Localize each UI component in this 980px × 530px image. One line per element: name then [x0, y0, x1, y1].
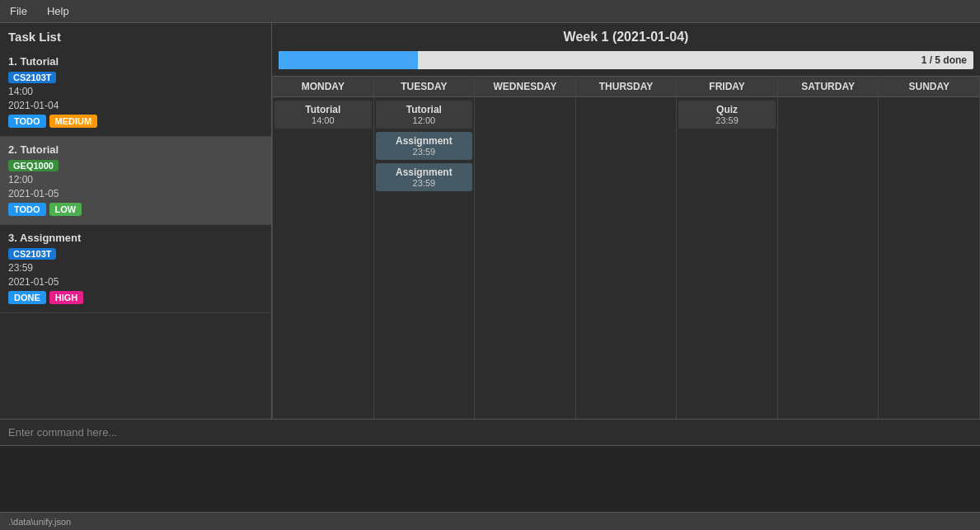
day-col-saturday: SATURDAY	[777, 76, 879, 419]
progress-bar-fill	[279, 51, 418, 69]
day-col-thursday: THURSDAY	[575, 76, 677, 419]
day-header-wednesday: WEDNESDAY	[475, 76, 575, 97]
event-time: 23:59	[683, 115, 771, 125]
task-time: 14:00	[8, 86, 263, 97]
event-title: Assignment	[381, 167, 468, 178]
status-bar: .\data\unify.json	[0, 512, 980, 530]
day-body-thursday	[576, 97, 677, 419]
progress-bar-text: 1 / 5 done	[921, 54, 967, 66]
calendar-event-0-0[interactable]: Tutorial14:00	[274, 101, 372, 129]
event-title: Quiz	[683, 104, 771, 115]
calendar-event-1-2[interactable]: Assignment23:59	[376, 163, 473, 191]
task-title: 2. Tutorial	[8, 143, 263, 156]
task-status-badge: DONE	[8, 291, 46, 304]
task-priority-badge: HIGH	[49, 291, 84, 304]
week-title: Week 1 (2021-01-04)	[272, 23, 980, 48]
task-priority-badge: LOW	[49, 203, 82, 216]
tasklist-title: Task List	[0, 23, 271, 49]
event-time: 23:59	[381, 147, 468, 157]
task-status-badge: TODO	[8, 203, 46, 216]
task-time: 23:59	[8, 262, 263, 274]
event-time: 23:59	[381, 178, 468, 188]
status-path: .\data\unify.json	[8, 517, 71, 527]
task-title: 3. Assignment	[8, 232, 263, 244]
task-item-0[interactable]: 1. Tutorial CS2103T 14:00 2021-01-04 TOD…	[0, 49, 271, 137]
day-body-wednesday	[475, 97, 575, 419]
tasklist-scroll[interactable]: 1. Tutorial CS2103T 14:00 2021-01-04 TOD…	[0, 49, 271, 419]
event-title: Assignment	[381, 135, 468, 147]
calendar-event-1-0[interactable]: Tutorial12:00	[376, 101, 473, 129]
command-input[interactable]	[0, 420, 980, 446]
task-course-tag: CS2103T	[8, 72, 56, 83]
day-header-sunday: SUNDAY	[879, 76, 979, 97]
output-area	[0, 446, 980, 512]
task-status-badge: TODO	[8, 115, 46, 128]
day-col-wednesday: WEDNESDAY	[474, 76, 575, 419]
calendar-event-1-1[interactable]: Assignment23:59	[376, 132, 473, 160]
task-time: 12:00	[8, 174, 263, 185]
calendar-event-4-0[interactable]: Quiz23:59	[678, 101, 776, 129]
task-date: 2021-01-04	[8, 100, 263, 111]
day-body-saturday	[778, 97, 879, 419]
menubar: File Help	[0, 0, 980, 23]
day-col-sunday: SUNDAY	[878, 76, 980, 419]
task-priority-badge: MEDIUM	[49, 115, 98, 128]
calendar-grid: MONDAYTutorial14:00TUESDAYTutorial12:00A…	[272, 76, 980, 419]
task-list-panel: Task List 1. Tutorial CS2103T 14:00 2021…	[0, 23, 272, 419]
day-body-sunday	[879, 97, 979, 419]
day-body-tuesday: Tutorial12:00Assignment23:59Assignment23…	[374, 97, 475, 419]
task-title: 1. Tutorial	[8, 55, 263, 68]
day-header-tuesday: TUESDAY	[374, 76, 475, 97]
event-time: 14:00	[279, 115, 367, 125]
task-date: 2021-01-05	[8, 188, 263, 199]
day-header-friday: FRIDAY	[677, 76, 777, 97]
command-bar	[0, 419, 980, 512]
task-date: 2021-01-05	[8, 276, 263, 288]
menu-file[interactable]: File	[7, 3, 30, 19]
task-course-tag: GEQ1000	[8, 160, 59, 171]
calendar-panel: Week 1 (2021-01-04) 1 / 5 done MONDAYTut…	[272, 23, 980, 419]
day-col-tuesday: TUESDAYTutorial12:00Assignment23:59Assig…	[373, 76, 475, 419]
event-title: Tutorial	[381, 104, 468, 115]
event-title: Tutorial	[279, 104, 367, 115]
event-time: 12:00	[381, 115, 468, 125]
task-item-1[interactable]: 2. Tutorial GEQ1000 12:00 2021-01-05 TOD…	[0, 137, 271, 225]
day-header-saturday: SATURDAY	[778, 76, 879, 97]
day-col-friday: FRIDAYQuiz23:59	[676, 76, 777, 419]
task-item-2[interactable]: 3. Assignment CS2103T 23:59 2021-01-05 D…	[0, 225, 271, 313]
day-header-monday: MONDAY	[273, 76, 373, 97]
main-content: Task List 1. Tutorial CS2103T 14:00 2021…	[0, 23, 980, 419]
task-course-tag: CS2103T	[8, 248, 56, 260]
progress-bar: 1 / 5 done	[279, 51, 973, 69]
menu-help[interactable]: Help	[44, 3, 73, 19]
day-col-monday: MONDAYTutorial14:00	[272, 76, 373, 419]
day-body-friday: Quiz23:59	[677, 97, 777, 419]
day-header-thursday: THURSDAY	[576, 76, 677, 97]
day-body-monday: Tutorial14:00	[273, 97, 373, 419]
